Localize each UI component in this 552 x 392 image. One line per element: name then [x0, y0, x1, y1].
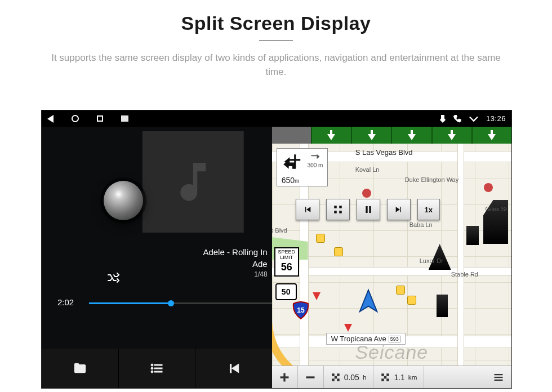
- street-label-bottom: W Tropicana Ave 593: [326, 333, 406, 345]
- elapsed-time: 2:02: [57, 297, 74, 307]
- svg-rect-7: [339, 206, 342, 208]
- lane-arrow: [312, 127, 352, 144]
- page-subtitle: It supports the same screen display of t…: [45, 51, 507, 79]
- map-footer: 0.05h 1.1km: [272, 366, 511, 388]
- checkered-flag-icon: [380, 372, 390, 382]
- building-silhouette: [437, 295, 448, 317]
- zoom-in-button[interactable]: [272, 366, 298, 388]
- svg-rect-9: [339, 211, 342, 213]
- track-artist: Ade: [203, 258, 267, 270]
- svg-rect-10: [366, 206, 367, 213]
- distance-display: 1.1km: [373, 366, 424, 388]
- svg-rect-17: [337, 373, 340, 376]
- speed-multiplier-button[interactable]: 1x: [417, 199, 440, 220]
- svg-rect-5: [154, 371, 162, 372]
- poi-marker[interactable]: [484, 183, 493, 192]
- location-icon: [440, 115, 446, 123]
- street-label: E Reno Ave: [510, 254, 511, 287]
- svg-rect-11: [369, 206, 371, 213]
- poi-marker[interactable]: [313, 292, 320, 300]
- street-label: Vegas Blvd: [272, 227, 287, 234]
- svg-rect-1: [154, 364, 162, 366]
- street-label: Koval Ln: [355, 166, 380, 173]
- svg-rect-21: [382, 373, 385, 376]
- poi-marker[interactable]: [316, 234, 325, 243]
- vehicle-heading-icon: [355, 288, 381, 314]
- next-waypoint-button[interactable]: [387, 199, 411, 220]
- track-info: Adele - Rolling In Ade 1/48: [203, 246, 267, 279]
- music-bottom-bar: [42, 349, 272, 388]
- turn-instruction: 650m 300 m: [277, 148, 328, 186]
- street-label-top: S Las Vegas Blvd: [351, 147, 417, 158]
- navigation-pane: S Las Vegas Blvd 650m 300 m Koval Ln Duk…: [272, 127, 511, 388]
- recents-icon[interactable]: [97, 115, 103, 122]
- lane-disabled: [272, 127, 312, 144]
- svg-text:15: 15: [297, 306, 305, 314]
- home-icon[interactable]: [72, 115, 79, 122]
- android-statusbar: 13:26: [42, 110, 511, 127]
- music-note-icon: [168, 157, 219, 207]
- turn-left-icon: [282, 151, 303, 175]
- poi-marker[interactable]: [344, 324, 352, 332]
- street-label: Giles St: [485, 206, 507, 212]
- svg-rect-8: [334, 211, 337, 213]
- svg-rect-23: [384, 376, 387, 378]
- svg-rect-3: [154, 368, 162, 369]
- lane-arrow: [392, 127, 432, 144]
- track-title: Adele - Rolling In: [203, 246, 267, 258]
- svg-rect-28: [494, 379, 502, 380]
- svg-rect-18: [334, 376, 337, 378]
- lane-guidance-bar: [272, 127, 511, 144]
- album-art-placeholder: [143, 131, 244, 233]
- lane-arrow: [433, 127, 473, 144]
- svg-rect-14: [281, 376, 289, 378]
- back-icon[interactable]: [47, 115, 54, 123]
- map-control-row: 1x: [296, 199, 440, 220]
- prev-waypoint-button[interactable]: [296, 199, 319, 220]
- poi-marker[interactable]: [334, 247, 343, 256]
- screenshot-icon[interactable]: [121, 115, 128, 122]
- street-label: Baba Ln: [409, 221, 433, 228]
- page-title: Split Screen Display: [0, 12, 552, 34]
- checkered-flag-icon: [331, 372, 341, 382]
- pause-nav-button[interactable]: [357, 199, 380, 220]
- svg-rect-24: [382, 378, 385, 381]
- title-underline: [259, 40, 293, 41]
- building-silhouette: [466, 226, 479, 245]
- playlist-button[interactable]: [119, 349, 196, 388]
- svg-rect-27: [494, 376, 502, 377]
- folder-button[interactable]: [42, 349, 119, 388]
- statusbar-clock: 13:26: [486, 114, 506, 123]
- joystick-knob[interactable]: [104, 181, 143, 220]
- eta-display: 0.05h: [324, 366, 374, 388]
- svg-rect-26: [494, 374, 502, 375]
- svg-rect-6: [334, 206, 337, 208]
- previous-track-button[interactable]: [195, 349, 272, 388]
- interstate-shield: 15: [292, 301, 309, 319]
- poi-marker[interactable]: [396, 286, 405, 295]
- wifi-icon: [469, 115, 478, 122]
- shuffle-button[interactable]: [105, 271, 122, 287]
- svg-rect-22: [387, 373, 390, 376]
- zoom-out-button[interactable]: [298, 366, 324, 388]
- svg-point-4: [151, 371, 153, 373]
- lane-arrow: [473, 127, 511, 144]
- poi-marker[interactable]: [362, 189, 371, 198]
- map-menu-button[interactable]: [486, 366, 511, 388]
- street-label: Luxor Dr: [420, 257, 443, 264]
- svg-rect-16: [332, 373, 335, 376]
- track-index: 1/48: [203, 270, 267, 279]
- svg-point-2: [151, 367, 153, 369]
- street-label: Duke Ellington Way: [405, 176, 459, 183]
- music-player-pane: Adele - Rolling In Ade 1/48 2:02: [42, 127, 272, 388]
- svg-rect-19: [332, 378, 335, 381]
- playback-progress[interactable]: [89, 302, 272, 304]
- turn-right-icon: [310, 151, 321, 162]
- street-label: Stable Rd: [451, 271, 478, 278]
- svg-rect-20: [337, 378, 340, 381]
- destination-button[interactable]: [326, 199, 350, 220]
- device-frame: 13:26 Adele - Rolling In Ade 1/48 2:02: [42, 110, 511, 388]
- svg-rect-25: [387, 378, 390, 381]
- poi-marker[interactable]: [407, 296, 416, 305]
- lane-arrow: [352, 127, 392, 144]
